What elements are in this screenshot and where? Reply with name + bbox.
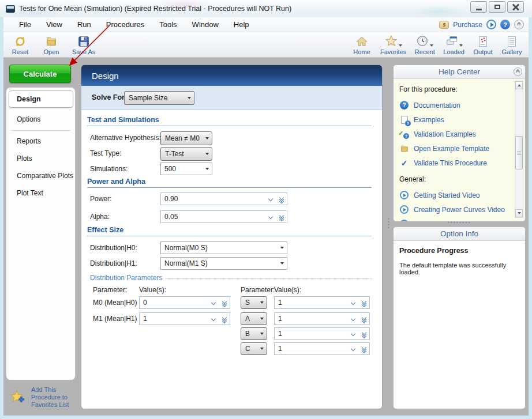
chevron-down-icon[interactable] xyxy=(347,332,359,335)
chevron-down-icon[interactable] xyxy=(208,317,219,320)
param-c-dropdown[interactable]: C xyxy=(241,342,267,355)
scrollbar-thumb[interactable] xyxy=(515,136,523,169)
param-a-dropdown[interactable]: A xyxy=(241,312,267,325)
param-c-value-input[interactable]: 1 xyxy=(274,342,370,355)
loaded-button[interactable]: Loaded xyxy=(441,33,466,56)
favorites-star-icon xyxy=(385,35,398,49)
intro-video-button[interactable] xyxy=(486,20,496,29)
simulations-dropdown[interactable]: 500 xyxy=(160,163,212,175)
calculate-button[interactable]: Calculate xyxy=(9,65,71,83)
play-video-icon xyxy=(399,190,409,200)
param-a-value-input[interactable]: 1 xyxy=(274,312,370,325)
menu-tools[interactable]: Tools xyxy=(152,17,184,32)
help-link-open-example-template[interactable]: Open Example Template xyxy=(399,141,514,156)
sidebar-tab-options[interactable]: Options xyxy=(6,112,75,127)
help-center-scrollbar[interactable] xyxy=(515,81,523,218)
help-button[interactable]: ? xyxy=(500,20,510,29)
output-button[interactable]: Output xyxy=(471,33,495,56)
scroll-down-button[interactable] xyxy=(515,209,523,217)
recent-dropdown-caret[interactable] xyxy=(430,44,433,47)
favorites-button[interactable]: Favorites xyxy=(379,33,408,56)
reset-button[interactable]: Reset xyxy=(8,33,32,56)
alpha-input[interactable]: 0.05 xyxy=(160,210,287,223)
help-center-title: Help Center xyxy=(439,67,480,76)
alternative-hypothesis-dropdown[interactable]: Mean ≠ M0 xyxy=(160,131,212,145)
minimize-button[interactable] xyxy=(470,1,487,13)
vertical-splitter[interactable]: •••• xyxy=(386,218,391,229)
favorites-dropdown-caret[interactable] xyxy=(399,44,402,47)
menu-run[interactable]: Run xyxy=(70,17,99,32)
help-link-examples[interactable]: ? Examples xyxy=(399,112,514,127)
menu-view[interactable]: View xyxy=(39,17,70,32)
chevron-down-icon[interactable] xyxy=(347,317,359,320)
param-s-value-input[interactable]: 1 xyxy=(274,296,370,309)
help-link-validate-procedure[interactable]: ✓ Validate This Procedure xyxy=(399,156,514,170)
m1-value-input[interactable]: 1 xyxy=(139,312,230,325)
sidebar-divider xyxy=(11,130,70,131)
help-link-power-curves-video[interactable]: Creating Power Curves Video xyxy=(399,202,514,217)
help-link-getting-started-video[interactable]: Getting Started Video xyxy=(399,188,514,202)
maximize-icon xyxy=(494,5,500,9)
loaded-dropdown-caret[interactable] xyxy=(459,44,463,47)
chevron-down-icon[interactable] xyxy=(347,347,359,350)
power-input[interactable]: 0.90 xyxy=(160,192,287,205)
option-info-header: Option Info xyxy=(394,227,525,241)
help-link-documentation[interactable]: ? Documentation xyxy=(399,98,514,112)
dropdown-arrow-icon xyxy=(280,247,284,249)
help-center-collapse-button[interactable] xyxy=(514,67,522,76)
title-bar[interactable]: Tests for One Mean (Simulation) (Expired… xyxy=(0,0,532,17)
workspace: Calculate Design Options Reports Plots C… xyxy=(3,58,529,416)
test-type-dropdown[interactable]: T-Test xyxy=(160,147,212,161)
maximize-button[interactable] xyxy=(489,1,505,13)
distribution-h0-dropdown[interactable]: Normal(M0 S) xyxy=(160,241,287,254)
recent-button[interactable]: Recent xyxy=(413,33,437,56)
collapse-ribbon-button[interactable] xyxy=(514,20,524,29)
sidebar-tab-plot-text[interactable]: Plot Text xyxy=(6,186,75,201)
horizontal-splitter[interactable]: •••••••• xyxy=(445,220,474,225)
section-distribution-parameters: Distribution Parameters xyxy=(90,274,372,282)
multi-value-icon[interactable] xyxy=(359,315,369,323)
purchase-coin-icon: $ xyxy=(439,21,449,29)
menu-file[interactable]: File xyxy=(12,17,39,32)
validation-check-icon: ✓? xyxy=(399,129,409,139)
multi-value-icon[interactable] xyxy=(219,299,230,307)
save-floppy-icon xyxy=(77,35,90,48)
chevron-down-icon[interactable] xyxy=(347,301,359,304)
multi-value-icon[interactable] xyxy=(359,345,369,353)
simulations-label: Simulations: xyxy=(90,163,128,175)
menu-window[interactable]: Window xyxy=(185,17,226,32)
chevron-down-icon[interactable] xyxy=(265,197,276,201)
sidebar-tab-comparative-plots[interactable]: Comparative Plots xyxy=(6,168,75,183)
star-plus-icon xyxy=(10,390,27,405)
home-button[interactable]: Home xyxy=(350,33,374,56)
sidebar-tab-design[interactable]: Design xyxy=(9,90,73,108)
menu-help[interactable]: Help xyxy=(226,17,257,32)
chevron-down-icon[interactable] xyxy=(208,301,219,304)
add-to-favorites[interactable]: Add This Procedure to Favorites List xyxy=(10,386,69,409)
sidebar-tab-plots[interactable]: Plots xyxy=(6,151,75,166)
chevron-down-icon[interactable] xyxy=(265,215,276,218)
play-video-icon xyxy=(399,205,409,214)
m0-value-input[interactable]: 0 xyxy=(139,296,230,309)
sidebar-tab-reports[interactable]: Reports xyxy=(6,134,75,149)
dropdown-arrow-icon xyxy=(188,97,191,99)
save-as-button[interactable]: Save As xyxy=(70,33,97,56)
scroll-up-button[interactable] xyxy=(515,81,523,89)
solve-for-dropdown[interactable]: Sample Size xyxy=(124,91,194,105)
param-s-dropdown[interactable]: S xyxy=(241,296,267,309)
loaded-windows-icon xyxy=(445,35,458,49)
multi-value-icon[interactable] xyxy=(219,315,230,323)
menu-procedures[interactable]: Procedures xyxy=(99,17,152,32)
multi-value-icon[interactable] xyxy=(359,330,369,338)
param-b-dropdown[interactable]: B xyxy=(241,327,267,340)
purchase-link[interactable]: Purchase xyxy=(453,21,482,29)
open-button[interactable]: Open xyxy=(39,33,63,56)
multi-value-icon[interactable] xyxy=(276,213,287,221)
close-button[interactable] xyxy=(507,1,524,13)
gallery-button[interactable]: Gallery xyxy=(500,33,524,56)
multi-value-icon[interactable] xyxy=(359,299,369,307)
help-link-validation-examples[interactable]: ✓? Validation Examples xyxy=(399,127,514,141)
multi-value-icon[interactable] xyxy=(276,195,287,203)
distribution-h1-dropdown[interactable]: Normal(M1 S) xyxy=(160,257,287,270)
param-b-value-input[interactable]: 1 xyxy=(274,327,370,340)
